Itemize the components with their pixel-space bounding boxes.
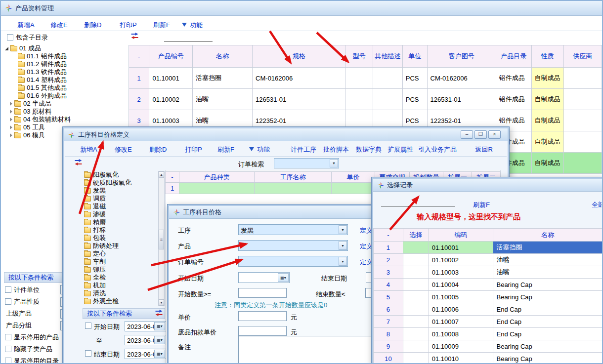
cell[interactable]: Bearing Cap xyxy=(493,353,603,364)
cell[interactable] xyxy=(345,68,373,89)
sync-icon[interactable] xyxy=(74,159,83,167)
col-header[interactable]: 其他描述 xyxy=(373,45,402,68)
collapsed-icon[interactable] xyxy=(10,118,12,121)
collapsed-icon[interactable] xyxy=(10,133,12,137)
tree-item-root[interactable]: 01 成品 xyxy=(5,44,126,52)
end-date-picker[interactable]: 2023-06-01▦▾ xyxy=(125,349,166,359)
table-row[interactable]: 201.10002油嘴 xyxy=(374,254,603,266)
col-header[interactable]: - xyxy=(129,45,149,68)
calendar-dropdown-icon[interactable]: ▦▾ xyxy=(154,322,165,330)
dropdown-icon[interactable]: ▼ xyxy=(339,225,347,234)
tree-item[interactable]: 外观全检 xyxy=(84,297,157,305)
cell[interactable]: 油嘴 xyxy=(493,254,603,266)
cell[interactable]: 9 xyxy=(374,340,403,353)
cell[interactable]: 01.10007 xyxy=(429,316,493,328)
show-disabled-catalogs-checkbox[interactable] xyxy=(5,358,11,364)
cell[interactable]: 01.10002 xyxy=(429,254,493,266)
cell[interactable]: 01.10005 xyxy=(429,291,493,303)
cell[interactable]: 10 xyxy=(374,353,403,364)
col-header[interactable]: 编码 xyxy=(429,229,493,242)
cell[interactable]: 01.10006 xyxy=(429,303,493,316)
col-header[interactable]: 单位 xyxy=(402,45,427,68)
table-row[interactable]: 401.10004Bearing Cap xyxy=(374,279,603,291)
dialog-titlebar[interactable]: 选择记录 xyxy=(373,179,603,192)
cell[interactable]: 6 xyxy=(374,303,403,316)
cell[interactable]: End Cap xyxy=(493,328,603,340)
import-business-product-button[interactable]: 引入业务产品 xyxy=(418,145,457,154)
scroll-thumb[interactable]: ≡ xyxy=(159,230,164,249)
edit-button[interactable]: 修改E xyxy=(115,145,132,154)
col-header[interactable]: 产品目录 xyxy=(496,45,531,68)
cell[interactable] xyxy=(563,68,602,89)
define-product-link[interactable]: 定义 xyxy=(360,242,373,251)
process-combo[interactable]: 发黑▼ xyxy=(238,224,348,235)
scrap-price-input[interactable] xyxy=(238,326,287,336)
tree-item[interactable]: 清洗 xyxy=(84,289,157,297)
cell[interactable]: 自制成品 xyxy=(531,89,563,110)
piece-unit-checkbox[interactable] xyxy=(5,286,11,293)
search-underline[interactable] xyxy=(381,200,455,206)
cell[interactable] xyxy=(403,316,429,328)
tree-item[interactable]: 01.5 其他成品 xyxy=(5,84,126,92)
tree-item[interactable]: 车削 xyxy=(84,258,157,266)
end-date-checkbox[interactable] xyxy=(85,350,91,357)
col-header[interactable]: 供应商 xyxy=(563,45,602,68)
cell[interactable] xyxy=(332,183,375,194)
cell[interactable] xyxy=(179,183,255,194)
start-qty-input[interactable] xyxy=(238,288,287,298)
table-row[interactable]: 301.10003油嘴 xyxy=(374,266,603,279)
cell[interactable] xyxy=(563,131,602,153)
price-input[interactable] xyxy=(238,311,287,321)
expanded-icon[interactable] xyxy=(5,47,8,50)
tree-item[interactable]: 03 原材料 xyxy=(5,108,126,116)
sync-icon[interactable] xyxy=(155,310,163,318)
cell[interactable]: CM-0162006 xyxy=(253,68,345,89)
col-header[interactable]: 名称 xyxy=(493,229,603,242)
cell[interactable]: 2 xyxy=(129,89,149,110)
col-header[interactable]: 产品种类 xyxy=(179,172,255,183)
dialog-titlebar[interactable]: 工序科目价格 xyxy=(169,206,377,219)
tree-item-selected[interactable]: 发黑 xyxy=(84,187,157,195)
cell[interactable]: 01.10009 xyxy=(429,340,493,353)
cell[interactable]: 01.10002 xyxy=(149,89,193,110)
cell[interactable] xyxy=(403,291,429,303)
col-header[interactable]: 性质 xyxy=(531,45,563,68)
col-header[interactable]: 工序名称 xyxy=(255,172,332,183)
cell[interactable]: 126531-01 xyxy=(427,89,496,110)
tree-item[interactable]: 渗碳 xyxy=(84,210,157,218)
cell[interactable]: 自制成品 xyxy=(531,110,563,131)
table-row[interactable]: 1001.10010Bearing Cap xyxy=(374,353,603,364)
cell[interactable]: 铝件成品 xyxy=(496,89,531,110)
cell[interactable]: 自制成品 xyxy=(531,68,563,89)
remark-textarea[interactable] xyxy=(238,336,377,364)
data-dictionary-button[interactable]: 数据字典 xyxy=(356,145,382,154)
cell[interactable]: 3 xyxy=(374,266,403,279)
define-process-link[interactable]: 定义 xyxy=(360,226,373,235)
collapsed-icon[interactable] xyxy=(10,102,12,106)
cell[interactable] xyxy=(403,340,429,353)
col-header[interactable]: 名称 xyxy=(193,45,253,68)
tree-scrollbar[interactable]: ▲ ≡ ▼ xyxy=(158,171,165,306)
cell[interactable] xyxy=(563,153,602,174)
tree-item[interactable]: 防锈处理 xyxy=(84,242,157,250)
cell[interactable]: End Cap xyxy=(493,303,603,316)
product-combo[interactable]: ▼ xyxy=(238,240,348,251)
cell[interactable]: 01.10001 xyxy=(429,242,493,254)
col-header[interactable]: - xyxy=(166,172,179,183)
col-header[interactable]: 规格 xyxy=(253,45,345,68)
cell[interactable]: Bearing Cap xyxy=(493,279,603,291)
collapsed-icon[interactable] xyxy=(10,110,12,114)
delete-button[interactable]: 删除D xyxy=(84,21,101,30)
tree-item[interactable]: 机加 xyxy=(84,282,157,289)
calendar-dropdown-icon[interactable]: ▦▾ xyxy=(278,273,289,282)
close-button[interactable]: × xyxy=(488,130,501,139)
restore-button[interactable]: ❒ xyxy=(474,130,487,139)
cell[interactable] xyxy=(403,254,429,266)
function-button[interactable]: 功能 xyxy=(257,145,270,154)
tree-item[interactable]: 全检 xyxy=(84,274,157,282)
cell[interactable] xyxy=(403,266,429,279)
cell[interactable]: 油嘴 xyxy=(493,266,603,279)
hide-subclass-products-checkbox[interactable] xyxy=(5,346,11,352)
pricing-script-button[interactable]: 批价脚本 xyxy=(323,145,349,154)
cell[interactable]: 自制成品 xyxy=(531,153,563,174)
